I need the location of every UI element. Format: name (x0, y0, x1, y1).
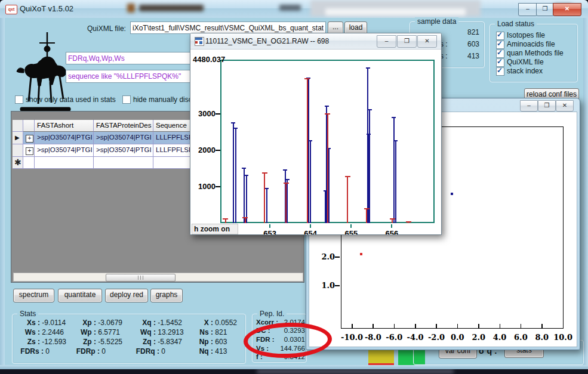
background-text-blur (279, 5, 301, 11)
table-row[interactable]: ▶ + >sp|O35074|PTGI >sp|O35074|PTGI LLLF… (13, 132, 213, 144)
filter-columns-input[interactable] (66, 52, 191, 64)
spectrum-ytick (216, 150, 220, 151)
main-window-title: QuiXoT v1.5.02 (20, 4, 73, 13)
spectrum-button[interactable]: spectrum (13, 289, 54, 302)
desktop: qxt QuiXoT v1.5.02 – ❐ ✕ (0, 0, 588, 374)
stat-fdrp: FDRp : 0 (73, 347, 132, 357)
table-horizontal-scrollbar[interactable] (13, 273, 303, 282)
stat-ws: Ws : 2.2446 (17, 328, 73, 338)
stats-group: Stats Xs : -9.0114 Xp : -3.0679 Xq : -1.… (12, 314, 246, 364)
cell-fastaproteindes[interactable] (94, 157, 153, 169)
spectrum-titlebar[interactable]: 110112_VSMC_EN_OG21.RAW -- 698 – ❐ ✕ (190, 33, 441, 50)
spectrum-ytick-label: 1000 (193, 182, 216, 191)
cell-fastashort[interactable] (35, 157, 94, 169)
scatter-maximize-button[interactable]: ❐ (538, 100, 556, 112)
stat-ns: Ns : 821 (195, 328, 244, 338)
hide-discarded-checkbox[interactable] (122, 95, 131, 104)
quan-methods-label: quan Methods file (507, 49, 564, 57)
aminoacids-file-checkbox[interactable]: ✓ (496, 41, 504, 49)
quixml-file-checkbox[interactable]: ✓ (496, 58, 504, 67)
pep-id-title: Pep. Id. (257, 310, 287, 318)
background-window-icon (127, 4, 135, 13)
scatter-minimize-button[interactable]: – (520, 100, 538, 112)
spectrum-maximize-button[interactable]: ❐ (397, 35, 417, 48)
spectrum-xtick (391, 224, 392, 228)
spectrum-status-chip: h zoom on (192, 224, 238, 234)
cell-fastaproteindes[interactable]: >sp|O35074|PTGI (94, 132, 153, 144)
stat-wp: Wp : 6.5771 (73, 328, 132, 338)
main-titlebar[interactable]: qxt QuiXoT v1.5.02 – ❐ ✕ (0, 0, 588, 18)
table-expand-header (23, 120, 35, 132)
stats-title: Stats (17, 310, 38, 318)
grip-icon (138, 276, 138, 280)
sample-row-1-value: 821 (458, 28, 479, 36)
main-close-button[interactable]: ✕ (553, 3, 581, 16)
main-bottom-border (0, 365, 588, 369)
row-arrow-icon: ▶ (15, 134, 20, 141)
spectrum-ytick (216, 113, 220, 115)
check-icon: ✓ (497, 39, 503, 48)
quan-methods-checkbox[interactable]: ✓ (496, 50, 504, 58)
winforms-icon (195, 37, 204, 46)
stat-x: X : 0.0552 (195, 319, 244, 328)
cell-fastaproteindes[interactable]: >sp|O35074|PTGI (94, 144, 153, 157)
expand-cell[interactable]: + (23, 144, 35, 157)
quantitate-button[interactable]: quantitate (58, 289, 102, 302)
stat-fdrs: FDRs : 0 (17, 347, 73, 357)
spectrum-xtick-label: 655 (342, 229, 360, 235)
filter-sequence-input[interactable] (66, 70, 191, 83)
table-new-row[interactable]: ✱ (13, 157, 213, 169)
sample-data-title: sample data (415, 17, 458, 26)
main-maximize-button[interactable]: ❐ (536, 3, 554, 16)
cell-fastashort[interactable]: >sp|O35074|PTGI (35, 144, 94, 157)
spectrum-close-button[interactable]: ✕ (417, 35, 437, 48)
row-selector-cell[interactable] (13, 144, 23, 157)
col-header-fastaproteindes[interactable]: FASTAProteinDes (94, 120, 153, 132)
isotopes-file-checkbox[interactable]: ✓ (496, 32, 504, 40)
stat-fdrq: FDRq : 0 (132, 347, 195, 357)
yellow-swatch (368, 348, 394, 365)
sample-row-3-value: 413 (458, 52, 479, 60)
spectrum-xtick-label: 654 (301, 229, 319, 235)
spectrum-xtick-label: 653 (261, 229, 279, 235)
stack-index-checkbox[interactable]: ✓ (496, 67, 504, 76)
new-row-icon: ✱ (14, 157, 21, 167)
stat-nq: Nq : 413 (195, 347, 244, 357)
spectrum-xtick (310, 224, 311, 228)
isotopes-file-label: Isotopes file (507, 31, 545, 39)
stat-wq: Wq : 13.2913 (132, 328, 195, 338)
deploy-red-button[interactable]: deploy red (105, 289, 148, 302)
expand-cell[interactable]: + (23, 132, 35, 144)
stat-zs: Zs : -12.593 (17, 338, 73, 347)
stat-np: Np : 603 (195, 338, 244, 347)
spectrum-ytick-label: 2000 (193, 146, 216, 154)
col-header-fastashort[interactable]: FASTAshort (35, 120, 94, 132)
show-only-stats-label: show only data used in stats (26, 95, 116, 104)
expand-icon[interactable]: + (26, 135, 33, 143)
spectrum-ytick-label: 3000 (193, 109, 216, 118)
expand-cell (23, 157, 35, 169)
scrollbar-thumb[interactable] (106, 274, 176, 282)
check-icon: ✓ (497, 30, 503, 39)
background-window-title-blur (139, 5, 204, 11)
spectrum-ytick (216, 186, 220, 187)
graphs-button[interactable]: graphs (150, 289, 183, 302)
show-only-stats-checkbox[interactable] (15, 95, 23, 104)
spectrum-minimize-button[interactable]: – (377, 35, 396, 48)
spectrum-window: 110112_VSMC_EN_OG21.RAW -- 698 – ❐ ✕ 448… (190, 33, 442, 235)
cell-fastashort[interactable]: >sp|O35074|PTGI (35, 132, 94, 144)
stat-zp: Zp : -5.5225 (73, 338, 132, 347)
expand-icon[interactable]: + (26, 147, 33, 155)
main-left-border (0, 18, 5, 369)
background-taskbar-blur (257, 370, 454, 373)
row-selector-cell[interactable]: ✱ (13, 157, 23, 169)
quixml-file-input[interactable] (130, 21, 326, 34)
grip-icon (140, 276, 141, 280)
main-minimize-button[interactable]: – (518, 3, 537, 16)
quixml-file-label: QuiXML file: (87, 24, 126, 33)
scatter-close-button[interactable]: ✕ (556, 100, 574, 112)
spectrum-ymax-label: 4480.037 (193, 55, 225, 64)
table-row[interactable]: + >sp|O35074|PTGI >sp|O35074|PTGI LLLFPF… (13, 144, 213, 157)
stack-index-label: stack index (507, 67, 543, 75)
row-selector-cell[interactable]: ▶ (13, 132, 23, 144)
